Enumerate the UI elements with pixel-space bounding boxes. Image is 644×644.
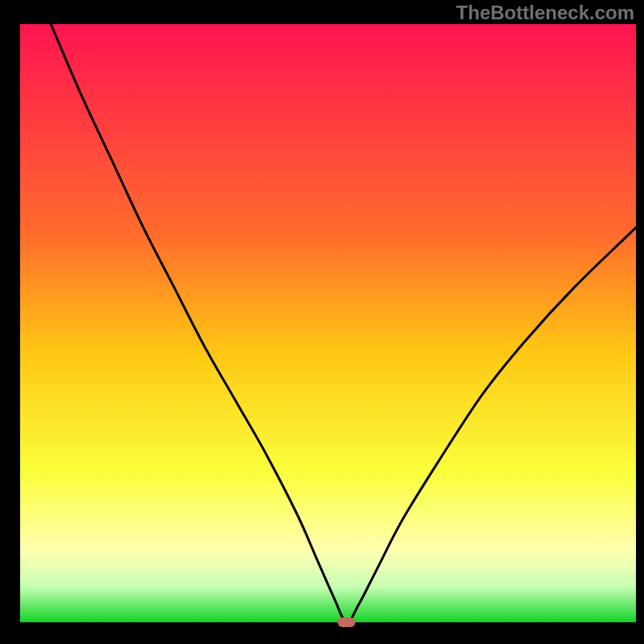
optimal-point-marker [337,617,355,627]
chart-frame: TheBottleneck.com [0,0,644,644]
svg-rect-0 [20,24,636,622]
bottleneck-chart [0,0,644,644]
